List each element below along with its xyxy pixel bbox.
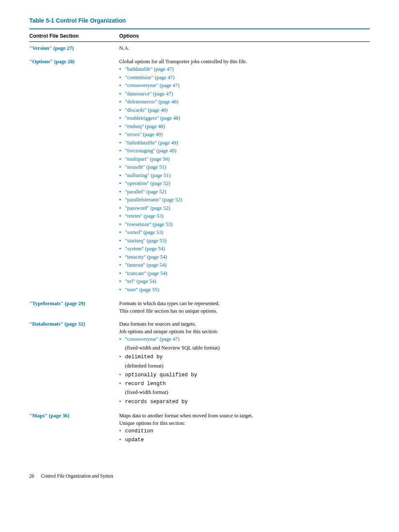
table-row: "Version" (page 27) N.A. bbox=[29, 42, 370, 55]
table-row: "Maps" (page 36) Maps data to another fo… bbox=[29, 409, 370, 447]
list-item: optionally qualified by bbox=[125, 372, 197, 378]
options-options: Global options for all Transporter jobs … bbox=[119, 55, 370, 298]
list-item[interactable]: "operation" (page 52) bbox=[119, 180, 366, 188]
section-dataformats[interactable]: "Dataformats" (page 32) bbox=[29, 318, 119, 409]
maps-line2: Unique options for this section: bbox=[119, 420, 366, 427]
list-item[interactable]: "rowsetsize" (page 53) bbox=[119, 221, 366, 229]
list-item[interactable]: "commitsize" (page 47) bbox=[119, 74, 366, 82]
list-item: delimited by bbox=[125, 354, 163, 360]
list-item[interactable]: "nullstring" (page 51) bbox=[119, 172, 366, 180]
table-caption: Table 5-1 Control File Organization bbox=[29, 17, 370, 25]
section-typeformats[interactable]: "Typeformats" (page 29) bbox=[29, 297, 119, 318]
list-sub: (fixed-width and Neoview SQL table forma… bbox=[125, 344, 366, 352]
options-list: "baddatafile" (page 47) "commitsize" (pa… bbox=[119, 66, 366, 293]
page-footer: 26 Control File Organization and Syntax bbox=[29, 473, 370, 479]
options-typeformats: Formats in which data types can be repre… bbox=[119, 297, 370, 318]
dataformats-line1: Data formats for sources and targets. bbox=[119, 321, 366, 328]
list-sub: (fixed-width format) bbox=[125, 389, 366, 396]
table-row: "Options" (page 28) Global options for a… bbox=[29, 55, 370, 298]
list-item[interactable]: "password" (page 52) bbox=[119, 205, 366, 212]
typeformats-line1: Formats in which data types can be repre… bbox=[119, 300, 366, 308]
table-row: "Dataformats" (page 32) Data formats for… bbox=[29, 318, 370, 409]
section-maps[interactable]: "Maps" (page 36) bbox=[29, 409, 119, 447]
options-dataformats: Data formats for sources and targets. Jo… bbox=[119, 318, 370, 409]
list-item[interactable]: "deleteonerror" (page 48) bbox=[119, 98, 366, 106]
options-intro: Global options for all Transporter jobs … bbox=[119, 59, 247, 64]
list-item[interactable]: "errors" (page 49) bbox=[119, 131, 366, 139]
list-item[interactable]: "forcestaging" (page 49) bbox=[119, 147, 366, 155]
page-number: 26 bbox=[29, 473, 34, 479]
list-item[interactable]: "timeout" (page 54) bbox=[119, 262, 366, 269]
list-item[interactable]: "baddatafile" (page 47) bbox=[119, 66, 366, 73]
list-item[interactable]: "multipart" (page 50) bbox=[119, 156, 366, 163]
options-maps: Maps data to another format when moved f… bbox=[119, 409, 370, 447]
list-item: update bbox=[125, 437, 144, 443]
maps-list: condition update bbox=[119, 427, 366, 444]
list-item[interactable]: "crossoveryear" (page 47) bbox=[125, 336, 179, 342]
header-options: Options bbox=[119, 32, 370, 42]
list-item[interactable]: "crossoveryear" (page 47) bbox=[119, 82, 366, 90]
list-item[interactable]: "enabletriggers" (page 48) bbox=[119, 115, 366, 122]
dataformats-list: "crossoveryear" (page 47) (fixed-width a… bbox=[119, 336, 366, 406]
list-item[interactable]: "tenacity" (page 54) bbox=[119, 254, 366, 261]
list-item: condition bbox=[125, 428, 153, 434]
list-item[interactable]: "sorted" (page 53) bbox=[119, 229, 366, 236]
list-item[interactable]: "url" (page 54) bbox=[119, 278, 366, 285]
list-item[interactable]: "startseq" (page 53) bbox=[119, 237, 366, 245]
options-version: N.A. bbox=[119, 42, 370, 55]
maps-line1: Maps data to another format when moved f… bbox=[119, 412, 366, 420]
typeformats-line2: This control file section has no unique … bbox=[119, 308, 366, 315]
list-item: record length bbox=[125, 381, 166, 387]
list-item: records separated by bbox=[125, 399, 188, 405]
table-row: "Typeformats" (page 29) Formats in which… bbox=[29, 297, 370, 318]
dataformats-line2: Job options and unique options for this … bbox=[119, 328, 366, 336]
control-file-table: Control File Section Options "Version" (… bbox=[29, 32, 370, 448]
list-item[interactable]: "retries" (page 53) bbox=[119, 213, 366, 220]
list-item[interactable]: "truncate" (page 54) bbox=[119, 270, 366, 278]
header-section: Control File Section bbox=[29, 32, 119, 42]
chapter-title: Control File Organization and Syntax bbox=[41, 473, 113, 478]
list-item[interactable]: "parallelstreams" (page 52) bbox=[119, 196, 366, 204]
section-version[interactable]: "Version" (page 27) bbox=[29, 42, 119, 55]
list-item[interactable]: "datasource" (page 47) bbox=[119, 90, 366, 98]
list-item[interactable]: "endseq" (page 48) bbox=[119, 123, 366, 131]
list-item[interactable]: "faileddatafile" (page 49) bbox=[119, 139, 366, 147]
list-item[interactable]: "system" (page 54) bbox=[119, 245, 366, 253]
table-top-rule bbox=[29, 28, 370, 29]
list-item[interactable]: "noaudit" (page 51) bbox=[119, 164, 366, 171]
list-item[interactable]: "discards" (page 48) bbox=[119, 107, 366, 114]
section-options[interactable]: "Options" (page 28) bbox=[29, 55, 119, 298]
list-item[interactable]: "user" (page 55) bbox=[119, 286, 366, 294]
list-item[interactable]: "parallel" (page 52) bbox=[119, 188, 366, 196]
list-sub: (delimited format) bbox=[125, 362, 366, 370]
